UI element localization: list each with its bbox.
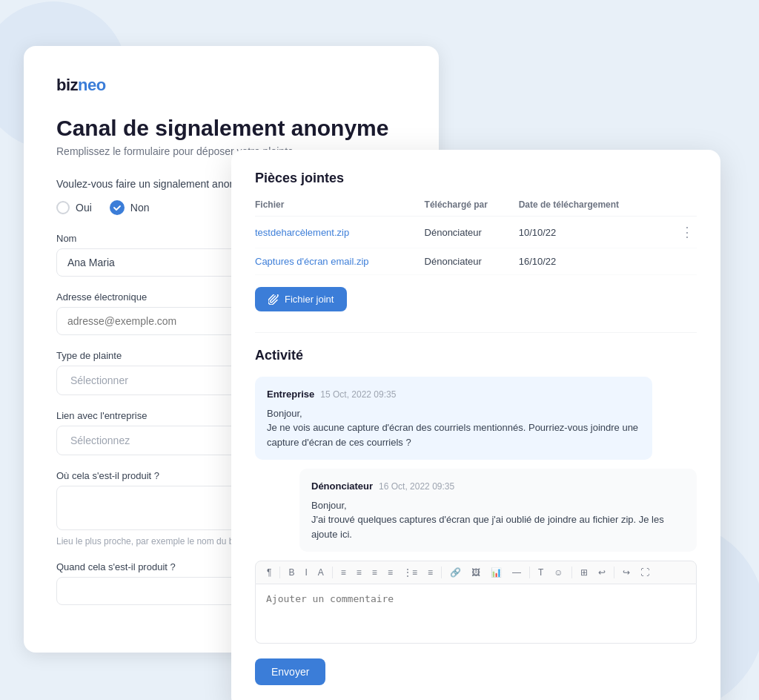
radio-non-check [110, 200, 125, 215]
toolbar-emoji-btn[interactable]: ☺ [550, 566, 566, 579]
detail-card: Pièces jointes Fichier Téléchargé par Da… [231, 150, 720, 700]
file-menu-btn[interactable]: ⋮ [677, 224, 697, 240]
logo-biz: biz [56, 76, 78, 94]
radio-oui[interactable]: Oui [56, 201, 92, 214]
file-name[interactable]: Captures d'écran email.zip [255, 248, 425, 275]
toolbar-link-btn[interactable]: 🔗 [446, 566, 465, 579]
msg-date: 16 Oct, 2022 09:35 [379, 480, 454, 493]
attach-btn-label: Fichier joint [285, 294, 334, 305]
toolbar-fullscreen-btn[interactable]: ⛶ [637, 566, 653, 579]
toolbar-paragraph-btn[interactable]: ¶ [263, 566, 275, 579]
toolbar-image-btn[interactable]: 🖼 [468, 566, 484, 579]
table-row: Captures d'écran email.zip Dénonciateur … [255, 248, 697, 275]
file-uploader: Dénonciateur [425, 217, 519, 248]
toolbar-justify-btn[interactable]: ≡ [384, 566, 397, 579]
logo: bizneo [56, 76, 406, 95]
msg-body: Bonjour,J'ai trouvé quelques captures d'… [311, 498, 685, 542]
toolbar-italic-btn[interactable]: I [301, 566, 311, 579]
page-title: Canal de signalement anonyme [56, 116, 406, 141]
divider [255, 332, 697, 333]
msg-header: Entreprise 15 Oct, 2022 09:35 [267, 387, 640, 402]
col-date: Date de téléchargement [519, 199, 669, 217]
files-table: Fichier Téléchargé par Date de télécharg… [255, 199, 697, 275]
send-button[interactable]: Envoyer [255, 658, 325, 685]
message-entreprise: Entreprise 15 Oct, 2022 09:35 Bonjour,Je… [255, 377, 652, 460]
msg-date: 15 Oct, 2022 09:35 [320, 388, 396, 401]
toolbar-separator [441, 567, 442, 578]
toolbar-bullet-list-btn[interactable]: ⋮≡ [400, 566, 421, 579]
toolbar-chart-btn[interactable]: 📊 [487, 566, 506, 579]
toolbar-font-color-btn[interactable]: A [314, 566, 328, 579]
radio-non-label: Non [130, 202, 150, 214]
col-fichier: Fichier [255, 199, 425, 217]
radio-oui-label: Oui [76, 202, 92, 214]
toolbar-table-btn[interactable]: ⊞ [577, 566, 591, 579]
toolbar-separator [279, 567, 280, 578]
toolbar-separator [332, 567, 333, 578]
msg-sender: Dénonciateur [311, 479, 373, 494]
file-uploader: Dénonciateur [425, 248, 519, 275]
toolbar-align-left-btn[interactable]: ≡ [337, 566, 350, 579]
radio-non[interactable]: Non [110, 200, 150, 215]
file-actions[interactable]: ⋮ [668, 217, 697, 248]
col-uploaded-by: Téléchargé par [425, 199, 519, 217]
comment-textarea[interactable] [255, 584, 697, 644]
activity-title: Activité [255, 348, 697, 363]
file-name[interactable]: testdeharcèlement.zip [255, 217, 425, 248]
toolbar-separator [571, 567, 572, 578]
toolbar-redo-btn[interactable]: ↪ [619, 566, 634, 579]
toolbar-ordered-list-btn[interactable]: ≡ [424, 566, 437, 579]
toolbar-align-right-btn[interactable]: ≡ [368, 566, 381, 579]
editor-toolbar: ¶BIA≡≡≡≡⋮≡≡🔗🖼📊—T☺⊞↩↪⛶ [255, 561, 697, 584]
toolbar-separator [529, 567, 530, 578]
msg-body: Bonjour,Je ne vois aucune capture d'écra… [267, 406, 640, 450]
toolbar-hr-btn[interactable]: — [508, 566, 525, 579]
file-date: 10/10/22 [519, 217, 669, 248]
toolbar-text-btn[interactable]: T [534, 566, 547, 579]
message-denonciateur: Dénonciateur 16 Oct, 2022 09:35 Bonjour,… [299, 469, 697, 552]
logo-neo: neo [78, 76, 106, 94]
toolbar-bold-btn[interactable]: B [285, 566, 298, 579]
file-actions[interactable] [668, 248, 697, 275]
msg-header: Dénonciateur 16 Oct, 2022 09:35 [311, 479, 685, 494]
pj-section-title: Pièces jointes [255, 171, 697, 186]
attach-button[interactable]: Fichier joint [255, 287, 347, 311]
msg-sender: Entreprise [267, 387, 314, 402]
toolbar-separator [614, 567, 614, 578]
table-row: testdeharcèlement.zip Dénonciateur 10/10… [255, 217, 697, 248]
messages-container: Entreprise 15 Oct, 2022 09:35 Bonjour,Je… [255, 377, 697, 552]
file-date: 16/10/22 [519, 248, 669, 275]
toolbar-undo-btn[interactable]: ↩ [594, 566, 609, 579]
toolbar-align-center-btn[interactable]: ≡ [353, 566, 365, 579]
radio-oui-circle [56, 201, 70, 214]
activity-section: Activité Entreprise 15 Oct, 2022 09:35 B… [255, 348, 697, 552]
